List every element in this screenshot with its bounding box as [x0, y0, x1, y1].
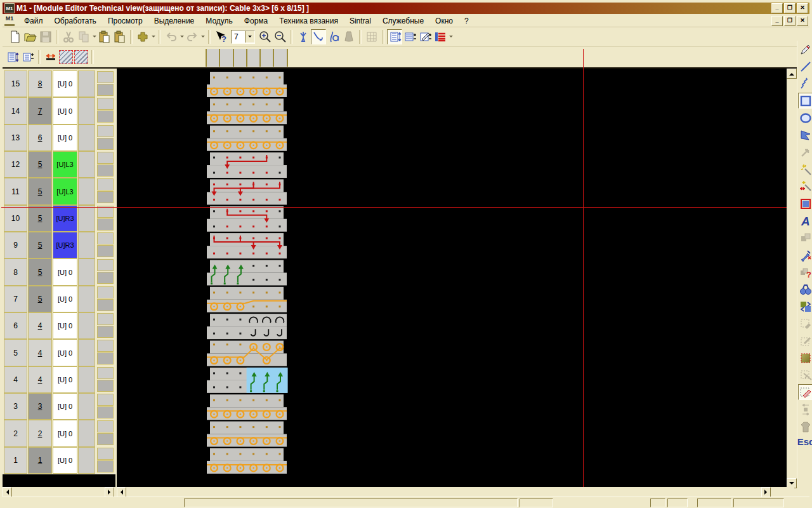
view-compress-rows-icon[interactable] [402, 29, 417, 44]
copy-icon[interactable] [76, 29, 91, 44]
row-mini-cell-bottom[interactable] [97, 299, 114, 311]
row-mini-cell-top[interactable] [97, 394, 114, 406]
module-help-icon[interactable]: ? [798, 264, 812, 280]
row-u-value-cell[interactable]: [U] 0 [53, 97, 77, 124]
minimize-button[interactable]: _ [771, 3, 783, 13]
row-link-cell[interactable]: 4 [28, 366, 52, 393]
vertical-scrollbar[interactable] [787, 69, 796, 487]
row-u-value-cell[interactable]: [U] 0 [53, 286, 77, 312]
row-number-cell[interactable]: 6 [4, 312, 27, 339]
pen-tool-icon[interactable] [798, 41, 812, 57]
row-link-cell[interactable]: 7 [28, 97, 52, 124]
row-mini-cell-top[interactable] [97, 340, 114, 352]
row-extra-cell[interactable] [78, 420, 95, 446]
menu-окно[interactable]: Окно [429, 15, 459, 27]
magic-wand-icon[interactable] [798, 161, 812, 177]
dropdown-arrow-icon[interactable] [150, 30, 156, 44]
scroll-right-button[interactable] [761, 487, 771, 497]
row-extra-cell[interactable] [78, 312, 95, 339]
row-mini-cell-bottom[interactable] [97, 84, 114, 96]
menu-форма[interactable]: Форма [239, 15, 273, 27]
row-u-value-cell[interactable]: [U] 0 [53, 339, 77, 366]
row-extra-cell[interactable] [78, 178, 95, 204]
row-mini-cell-top[interactable] [97, 420, 114, 432]
menu-просмотр[interactable]: Просмотр [102, 15, 148, 27]
row-number-cell[interactable]: 13 [4, 124, 27, 151]
row-mini-cell-bottom[interactable] [97, 433, 114, 445]
grid-icon[interactable] [364, 29, 379, 44]
row-number-cell[interactable]: 7 [4, 286, 27, 312]
row-link-cell[interactable]: 3 [28, 393, 52, 420]
save-icon[interactable] [38, 29, 53, 44]
dropdown-arrow-icon[interactable] [200, 30, 206, 44]
row-mini-cell-bottom[interactable] [97, 326, 114, 338]
row-extra-cell[interactable] [78, 97, 95, 124]
hook-tool-icon[interactable] [311, 29, 326, 44]
row-number-cell[interactable]: 15 [4, 70, 27, 97]
row-mini-cell-bottom[interactable] [97, 406, 114, 418]
row-number-cell[interactable]: 5 [4, 339, 27, 366]
text-tool-icon[interactable]: A [798, 213, 812, 229]
zoom-in-icon[interactable] [258, 29, 273, 44]
row-extra-cell[interactable] [78, 205, 95, 232]
scroll-right-button[interactable] [105, 487, 114, 497]
row-number-cell[interactable]: 3 [4, 393, 27, 420]
esc-button[interactable]: Esc [797, 436, 812, 447]
ruler-cell[interactable] [246, 49, 259, 67]
draw-selection-icon[interactable] [798, 384, 812, 400]
row-mini-cell-bottom[interactable] [97, 138, 114, 150]
wand-extend-icon[interactable] [798, 178, 812, 194]
pattern-canvas[interactable] [117, 69, 787, 487]
row-extra-cell[interactable] [78, 393, 95, 420]
row-mini-cell-bottom[interactable] [97, 460, 114, 472]
row-extra-cell[interactable] [78, 286, 95, 312]
ruler-cell[interactable] [219, 49, 232, 67]
row-number-cell[interactable]: 1 [4, 447, 27, 474]
rows-compress-icon[interactable] [20, 50, 36, 65]
row-mini-cell-bottom[interactable] [97, 352, 114, 364]
row-link-cell[interactable]: 2 [28, 420, 52, 446]
child-close-button[interactable]: ✕ [797, 16, 808, 26]
row-mini-cell-bottom[interactable] [97, 380, 114, 392]
row-link-cell[interactable]: 4 [28, 339, 52, 366]
picker-tool-icon[interactable] [798, 247, 812, 263]
freehand-tool-icon[interactable] [798, 76, 812, 91]
row-link-cell[interactable]: 5 [28, 286, 52, 312]
row-link-cell[interactable]: 5 [28, 205, 52, 232]
line-tool-icon[interactable] [798, 58, 812, 74]
view-edit-icon[interactable] [417, 29, 433, 44]
row-mini-cell-top[interactable] [97, 125, 114, 137]
rows-height-icon[interactable] [5, 50, 20, 65]
row-mini-cell-bottom[interactable] [97, 164, 114, 177]
row-u-value-cell[interactable]: [U] 0 [53, 366, 77, 393]
row-mini-cell-bottom[interactable] [97, 245, 114, 257]
menu-техника-вязания[interactable]: Техника вязания [273, 15, 344, 27]
row-number-cell[interactable]: 4 [4, 366, 27, 393]
row-u-value-cell[interactable]: [U] 0 [53, 124, 77, 151]
row-extra-cell[interactable] [78, 339, 95, 366]
yarn-cone-icon[interactable] [341, 29, 357, 44]
document-system-icon[interactable]: M1 [4, 15, 15, 26]
row-number-cell[interactable]: 12 [4, 151, 27, 178]
move-tool-icon[interactable] [798, 144, 812, 160]
row-mini-cell-bottom[interactable] [97, 272, 114, 284]
row-link-cell[interactable]: 1 [28, 447, 52, 474]
row-mini-cell-top[interactable] [97, 71, 114, 83]
gradient-area-icon[interactable] [798, 350, 812, 366]
row-extra-cell[interactable] [78, 124, 95, 151]
search-binoculars-icon[interactable] [798, 281, 812, 297]
row-number-cell[interactable]: 14 [4, 97, 27, 124]
row-link-cell[interactable]: 5 [28, 258, 52, 285]
polygon-tool-icon[interactable] [798, 127, 812, 143]
row-panel-hscrollbar[interactable] [3, 487, 114, 496]
paste-special-icon[interactable] [112, 29, 128, 44]
row-link-cell[interactable]: 5 [28, 151, 52, 178]
ruler-cell[interactable] [233, 49, 246, 67]
row-mini-cell-top[interactable] [97, 152, 114, 164]
row-number-cell[interactable]: 11 [4, 178, 27, 204]
row-mini-cell-top[interactable] [97, 98, 114, 110]
ruler-cell[interactable] [259, 49, 273, 67]
row-mini-cell-top[interactable] [97, 232, 114, 244]
row-u-value-cell[interactable]: [U]R3 [53, 205, 77, 232]
row-extra-cell[interactable] [78, 258, 95, 285]
